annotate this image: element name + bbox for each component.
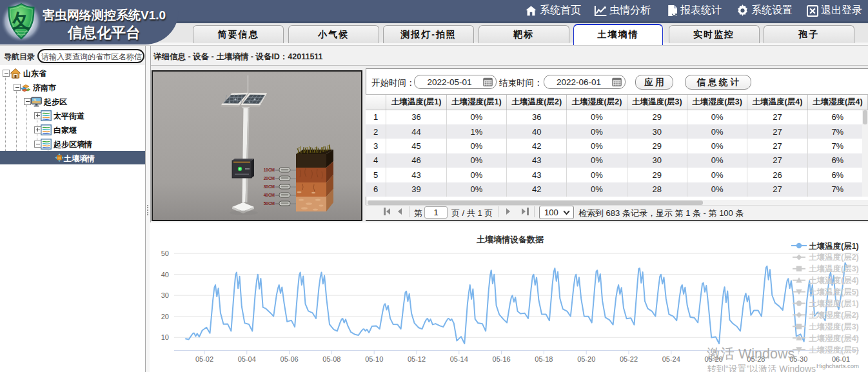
svg-text:土壤墒情设备数据: 土壤墒情设备数据 [477,235,544,244]
svg-text:土壤温度(层3): 土壤温度(层3) [809,264,859,273]
svg-text:05-20: 05-20 [577,355,595,363]
svg-text:土壤温度(层4): 土壤温度(层4) [809,276,859,285]
svg-text:05-06: 05-06 [281,355,299,363]
svg-text:10: 10 [161,333,169,341]
svg-text:05-02: 05-02 [195,355,213,363]
svg-text:激活 Windows: 激活 Windows [707,346,794,362]
svg-text:土壤湿度(层3): 土壤湿度(层3) [809,322,859,331]
svg-text:土壤湿度(层2): 土壤湿度(层2) [809,311,859,320]
svg-text:05-16: 05-16 [493,355,511,363]
svg-text:Highcharts.com: Highcharts.com [816,362,859,369]
svg-text:20: 20 [161,313,169,320]
svg-text:土壤温度(层1): 土壤温度(层1) [809,242,859,251]
svg-text:土壤温度(层2): 土壤温度(层2) [809,253,859,262]
svg-text:10CM: 10CM [264,168,275,172]
svg-text:土壤温度(层5): 土壤温度(层5) [809,288,859,297]
svg-text:30: 30 [161,291,169,299]
svg-text:05-10: 05-10 [365,355,383,363]
svg-text:05-24: 05-24 [662,355,680,363]
svg-text:05-18: 05-18 [535,355,553,363]
svg-text:40CM: 40CM [264,193,275,197]
svg-text:05-22: 05-22 [620,355,638,363]
svg-text:土壤湿度(层5): 土壤湿度(层5) [809,346,859,355]
svg-text:土壤湿度(层1): 土壤湿度(层1) [809,299,859,308]
svg-text:20CM: 20CM [264,176,275,181]
svg-text:土壤湿度(层4): 土壤湿度(层4) [809,334,859,343]
svg-text:40: 40 [161,271,169,279]
svg-text:05-12: 05-12 [408,355,426,363]
svg-text:50CM: 50CM [264,201,275,206]
svg-text:05-14: 05-14 [450,355,468,363]
svg-text:50: 50 [161,250,169,257]
svg-text:转到“设置”以激活 Windows: 转到“设置”以激活 Windows [707,364,816,372]
svg-text:05-08: 05-08 [322,355,340,363]
svg-text:30CM: 30CM [264,184,275,189]
svg-text:05-04: 05-04 [238,355,256,363]
